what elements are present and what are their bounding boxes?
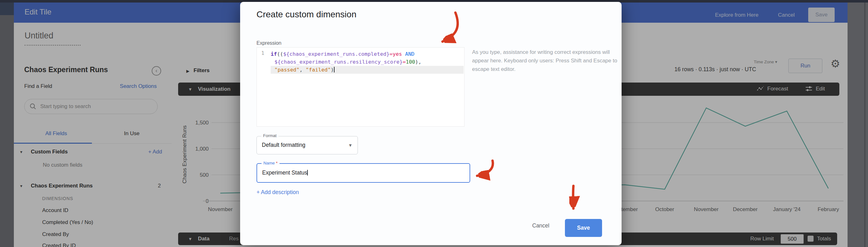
required-asterisk: * [276,161,278,165]
expression-code-editor[interactable]: 1 if((${chaos_experiment_runs.completed}… [256,47,465,127]
name-input-value: Experiment Status [262,169,308,176]
format-label: Format [261,133,279,138]
name-label: Name * [261,161,279,165]
add-description-link[interactable]: + Add description [256,189,299,196]
expression-assist-text: As you type, assistance for writing corr… [472,48,619,74]
create-custom-dimension-dialog: Create custom dimension Expression 1 if(… [240,2,622,245]
format-selected-value: Default formatting [262,142,305,148]
dialog-cancel-button[interactable]: Cancel [532,222,549,229]
line-number: 1 [261,50,265,56]
expression-label: Expression [256,40,281,46]
dialog-title: Create custom dimension [256,9,356,20]
code-line: ${chaos_experiment_runs.resiliency_score… [271,58,464,66]
code-line: if((${chaos_experiment_runs.completed}=y… [271,50,464,58]
chevron-down-icon: ▼ [348,143,352,148]
text-cursor [307,170,308,175]
format-select[interactable]: Format Default formatting ▼ [256,136,358,155]
code-line: "passed", "failed") [271,66,464,74]
text-cursor [334,67,335,73]
dialog-save-button[interactable]: Save [565,219,602,237]
expression-code[interactable]: if((${chaos_experiment_runs.completed}=y… [271,50,464,74]
name-input[interactable]: Name * Experiment Status [256,163,470,183]
